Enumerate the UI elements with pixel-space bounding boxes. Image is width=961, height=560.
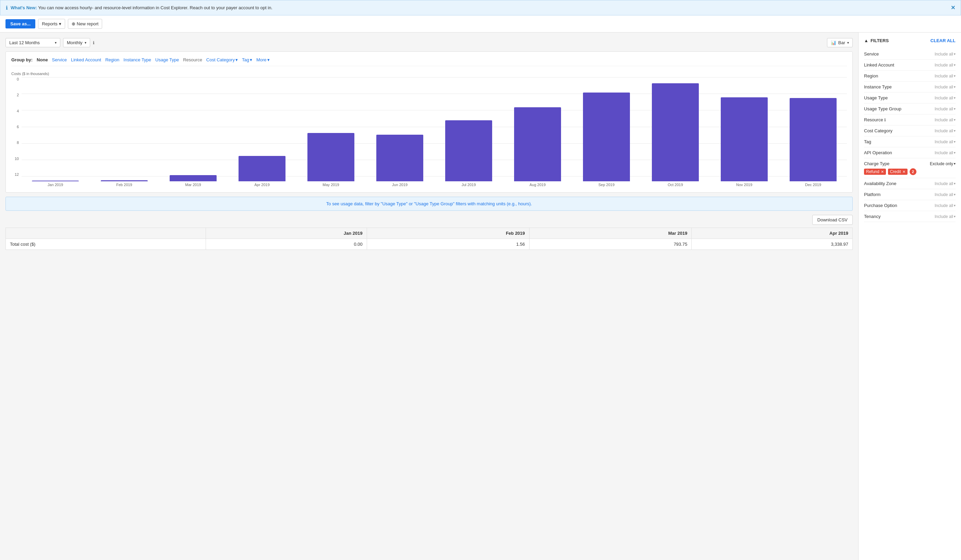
filter-value-platform[interactable]: Include all ▾ bbox=[935, 192, 956, 197]
info-icon[interactable]: ℹ bbox=[93, 40, 95, 45]
bar-col-11 bbox=[779, 77, 847, 181]
bar-0[interactable] bbox=[32, 181, 79, 181]
new-report-button[interactable]: ⊕ New report bbox=[68, 19, 103, 29]
filter-value-service[interactable]: Include all ▾ bbox=[935, 52, 956, 56]
filter-value-region[interactable]: Include all ▾ bbox=[935, 74, 956, 79]
filter-value-tenancy[interactable]: Include all ▾ bbox=[935, 214, 956, 219]
filter-value-api-operation[interactable]: Include all ▾ bbox=[935, 151, 956, 155]
group-by-cost-category[interactable]: Cost Category ▾ bbox=[206, 57, 238, 63]
chevron-down-icon: ▾ bbox=[954, 74, 956, 78]
charge-tag-credit: Credit ✕ bbox=[888, 168, 908, 175]
group-by-more[interactable]: More ▾ bbox=[256, 57, 270, 63]
bar-chart-icon: 📊 bbox=[831, 40, 836, 45]
y-tick: 12 bbox=[11, 172, 19, 177]
charge-type-header: Charge Type Exclude only ▾ bbox=[864, 161, 956, 166]
filter-label-service: Service bbox=[864, 51, 879, 56]
filter-value-charge-type[interactable]: Exclude only ▾ bbox=[930, 161, 956, 166]
table-cell-jan: 0.00 bbox=[206, 239, 367, 250]
x-label-10: Nov 2019 bbox=[710, 183, 778, 187]
controls-row: Last 12 Months ▾ Monthly ▾ ℹ 📊 Bar ▾ bbox=[5, 38, 853, 47]
bar-11[interactable] bbox=[790, 98, 837, 181]
filter-value-usage-type[interactable]: Include all ▾ bbox=[935, 96, 956, 100]
bar-3[interactable] bbox=[239, 156, 286, 181]
group-by-label: Group by: bbox=[11, 57, 32, 63]
bar-4[interactable] bbox=[307, 133, 355, 181]
filter-label-resource: Resource ℹ bbox=[864, 117, 886, 122]
download-csv-button[interactable]: Download CSV bbox=[812, 215, 853, 225]
chevron-down-icon: ▾ bbox=[954, 107, 956, 111]
bar-9[interactable] bbox=[652, 83, 699, 181]
remove-refund-button[interactable]: ✕ bbox=[881, 170, 884, 174]
clear-all-button[interactable]: CLEAR ALL bbox=[930, 38, 956, 43]
charge-tags: Refund ✕ Credit ✕ 2 bbox=[864, 168, 956, 175]
filter-value-usage-type-group[interactable]: Include all ▾ bbox=[935, 107, 956, 111]
group-by-instance-type[interactable]: Instance Type bbox=[124, 57, 151, 63]
close-banner-button[interactable]: ✕ bbox=[951, 5, 955, 11]
table-header-row: Jan 2019 Feb 2019 Mar 2019 Apr 2019 bbox=[6, 228, 853, 239]
filter-value-instance-type[interactable]: Include all ▾ bbox=[935, 85, 956, 90]
filter-tenancy: Tenancy Include all ▾ bbox=[864, 211, 956, 222]
charge-type-count-badge: 2 bbox=[910, 168, 916, 175]
y-tick: 8 bbox=[11, 141, 19, 144]
filter-value-resource[interactable]: Include all ▾ bbox=[935, 117, 956, 122]
chevron-down-icon: ▾ bbox=[954, 181, 956, 185]
filter-label-availability-zone: Availability Zone bbox=[864, 181, 896, 186]
bar-1[interactable] bbox=[101, 180, 148, 181]
filters-title: ▲ FILTERS bbox=[864, 38, 889, 43]
chevron-down-icon: ▾ bbox=[267, 57, 270, 63]
bar-2[interactable] bbox=[170, 175, 217, 181]
bar-6[interactable] bbox=[445, 120, 492, 181]
usage-notice: To see usage data, filter by "Usage Type… bbox=[5, 197, 853, 211]
chevron-down-icon: ▾ bbox=[954, 85, 956, 89]
filter-value-cost-category[interactable]: Include all ▾ bbox=[935, 128, 956, 133]
filter-value-purchase-option[interactable]: Include all ▾ bbox=[935, 203, 956, 208]
x-label-5: Jun 2019 bbox=[366, 183, 434, 187]
save-as-button[interactable]: Save as... bbox=[5, 19, 35, 29]
x-label-9: Oct 2019 bbox=[641, 183, 709, 187]
group-by-resource[interactable]: Resource bbox=[183, 57, 202, 63]
x-label-11: Dec 2019 bbox=[779, 183, 847, 187]
granularity-dropdown[interactable]: Monthly ▾ bbox=[63, 38, 90, 47]
remove-credit-button[interactable]: ✕ bbox=[902, 170, 905, 174]
chart-type-dropdown[interactable]: 📊 Bar ▾ bbox=[827, 38, 853, 47]
bar-col-4 bbox=[297, 77, 365, 181]
bar-7[interactable] bbox=[514, 107, 561, 181]
group-by-usage-type[interactable]: Usage Type bbox=[155, 57, 179, 63]
filter-tag: Tag Include all ▾ bbox=[864, 136, 956, 148]
filter-label-tenancy: Tenancy bbox=[864, 214, 881, 219]
info-icon[interactable]: ℹ bbox=[884, 117, 886, 122]
banner-text: What's New: You can now access hourly- a… bbox=[11, 5, 272, 10]
table-cell-feb: 1.56 bbox=[367, 239, 529, 250]
chevron-down-icon: ▾ bbox=[954, 151, 956, 154]
group-by-linked-account[interactable]: Linked Account bbox=[71, 57, 101, 63]
filter-label-purchase-option: Purchase Option bbox=[864, 203, 897, 208]
chart-container: Group by: None Service Linked Account Re… bbox=[5, 51, 853, 193]
bar-col-7 bbox=[504, 77, 571, 181]
download-row: Download CSV bbox=[5, 215, 853, 225]
group-by-region[interactable]: Region bbox=[105, 57, 119, 63]
reports-button[interactable]: Reports ▾ bbox=[38, 19, 65, 29]
main-layout: Last 12 Months ▾ Monthly ▾ ℹ 📊 Bar ▾ Gro… bbox=[0, 32, 961, 560]
group-by-none[interactable]: None bbox=[37, 57, 48, 63]
table-row-label: Total cost ($) bbox=[6, 239, 206, 250]
info-icon: ℹ bbox=[6, 5, 8, 11]
y-axis: 12 10 8 6 4 2 0 bbox=[11, 77, 22, 187]
bar-8[interactable] bbox=[583, 93, 630, 181]
bar-5[interactable] bbox=[376, 135, 424, 181]
y-tick: 0 bbox=[11, 77, 19, 81]
group-by-bar: Group by: None Service Linked Account Re… bbox=[11, 57, 847, 66]
chevron-down-icon: ▾ bbox=[847, 41, 849, 45]
filter-value-linked-account[interactable]: Include all ▾ bbox=[935, 63, 956, 67]
bar-10[interactable] bbox=[721, 97, 768, 181]
bar-col-2 bbox=[159, 77, 227, 181]
group-by-service[interactable]: Service bbox=[52, 57, 67, 63]
filter-value-availability-zone[interactable]: Include all ▾ bbox=[935, 181, 956, 186]
date-range-dropdown[interactable]: Last 12 Months ▾ bbox=[5, 38, 60, 47]
sidebar: ▲ FILTERS CLEAR ALL Service Include all … bbox=[858, 32, 961, 560]
group-by-tag[interactable]: Tag ▾ bbox=[242, 57, 252, 63]
table-header-empty bbox=[6, 228, 206, 239]
table-cell-mar: 793.75 bbox=[529, 239, 692, 250]
toolbar: Save as... Reports ▾ ⊕ New report bbox=[0, 15, 961, 32]
bar-col-10 bbox=[710, 77, 778, 181]
filter-value-tag[interactable]: Include all ▾ bbox=[935, 140, 956, 144]
